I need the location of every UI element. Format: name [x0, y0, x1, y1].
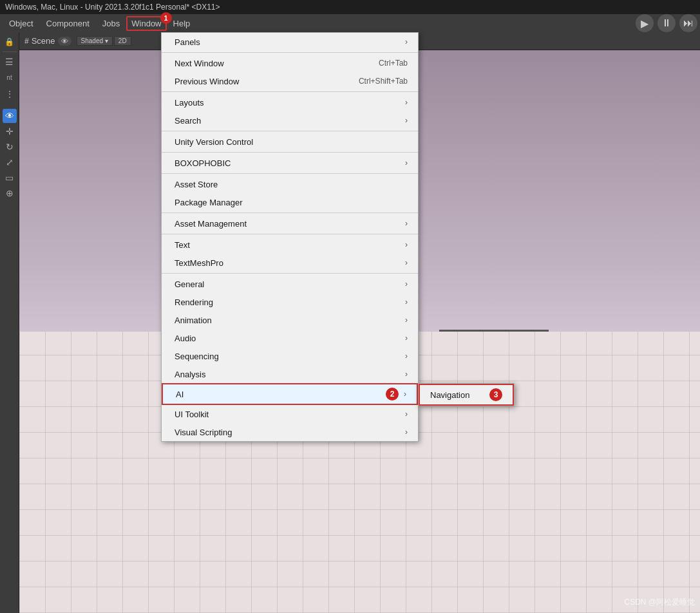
menu-item-rendering[interactable]: Rendering ›: [162, 293, 418, 311]
step-button[interactable]: ⏭: [679, 14, 697, 32]
chevron-icon: ›: [405, 316, 408, 325]
menu-item-prev-window[interactable]: Previous Window Ctrl+Shift+Tab: [162, 72, 418, 90]
rect-tool-icon[interactable]: ▭: [3, 171, 17, 185]
lock-icon[interactable]: 🔒: [3, 35, 17, 49]
menu-bar: Object Component Jobs Window 1 Help ▶ ⏸ …: [0, 14, 700, 32]
submenu-item-navigation[interactable]: Navigation 3: [419, 384, 514, 406]
menu-item-textmeshpro[interactable]: TextMeshPro ›: [162, 254, 418, 272]
separator-2: [162, 91, 418, 92]
hand-tool-icon[interactable]: ☰: [3, 55, 17, 69]
gizmo-icon[interactable]: 👁: [58, 37, 71, 46]
ai-menu-container: AI 2 › Navigation 3: [162, 383, 418, 405]
dropdown-menu: Panels › Next Window Ctrl+Tab Previous W…: [161, 32, 419, 442]
rotate-tool-icon[interactable]: ↻: [3, 140, 17, 154]
chevron-icon: ›: [404, 390, 406, 399]
scene-hash-icon: #: [24, 37, 29, 46]
menu-item-boxophobic[interactable]: BOXOPHOBIC ›: [162, 154, 418, 172]
navigation-label: Navigation: [430, 390, 469, 400]
separator-5: [162, 173, 418, 174]
move-tool-icon[interactable]: ✛: [3, 124, 17, 138]
separator-7: [162, 234, 418, 234]
menu-item-asset-store[interactable]: Asset Store: [162, 175, 418, 193]
chevron-icon: ›: [405, 334, 408, 343]
more-options-icon[interactable]: ⋮: [3, 87, 17, 101]
menu-item-panels[interactable]: Panels ›: [162, 33, 418, 51]
menu-item-ai[interactable]: AI 2 ›: [162, 383, 418, 405]
shading-dropdown[interactable]: Shaded ▾: [77, 36, 113, 46]
menu-item-asset-management[interactable]: Asset Management ›: [162, 214, 418, 232]
chevron-icon: ›: [405, 98, 408, 107]
navigation-badge: 3: [489, 388, 502, 401]
window-badge: 1: [160, 12, 172, 24]
menu-item-ui-toolkit[interactable]: UI Toolkit ›: [162, 405, 418, 423]
separator-3: [162, 131, 418, 131]
menu-item-package-manager[interactable]: Package Manager: [162, 193, 418, 211]
chevron-icon: ›: [405, 370, 408, 379]
transform-tool-icon[interactable]: ⊕: [3, 186, 17, 200]
chevron-icon: ›: [405, 279, 408, 288]
window-dropdown: Panels › Next Window Ctrl+Tab Previous W…: [161, 32, 419, 442]
watermark: CSDN @阿松爱睡觉: [624, 597, 695, 608]
separator-4: [162, 152, 418, 153]
menu-item-sequencing[interactable]: Sequencing ›: [162, 347, 418, 365]
menu-item-visual-scripting[interactable]: Visual Scripting ›: [162, 423, 418, 441]
menu-item-version-control[interactable]: Unity Version Control: [162, 133, 418, 151]
menu-item-animation[interactable]: Animation ›: [162, 311, 418, 329]
ai-submenu: Navigation 3: [418, 383, 515, 406]
menu-item-audio[interactable]: Audio ›: [162, 329, 418, 347]
menu-jobs[interactable]: Jobs: [96, 16, 126, 31]
separator-8: [162, 273, 418, 274]
menu-item-analysis[interactable]: Analysis ›: [162, 365, 418, 383]
panel-label: nt: [6, 74, 12, 82]
chevron-icon: ›: [405, 410, 408, 419]
chevron-icon: ›: [405, 219, 408, 228]
menu-item-general[interactable]: General ›: [162, 275, 418, 293]
separator-1: [162, 52, 418, 53]
separator-6: [162, 212, 418, 213]
pause-button[interactable]: ⏸: [657, 14, 676, 32]
chevron-icon: ›: [405, 258, 408, 267]
menu-item-text[interactable]: Text ›: [162, 236, 418, 254]
menu-object[interactable]: Object: [3, 16, 40, 31]
scale-tool-icon[interactable]: ⤢: [3, 155, 17, 169]
chevron-icon: ›: [405, 297, 408, 306]
menu-window[interactable]: Window 1: [126, 16, 166, 31]
menu-component[interactable]: Component: [40, 16, 96, 31]
chevron-icon: ›: [405, 428, 408, 437]
left-toolbar: 🔒 ☰ nt ⋮ 👁 ✛ ↻ ⤢ ▭ ⊕: [0, 32, 19, 613]
chevron-icon: ›: [405, 352, 408, 361]
scene-tab-label[interactable]: Scene: [32, 36, 55, 46]
menu-item-search[interactable]: Search ›: [162, 111, 418, 129]
menu-item-layouts[interactable]: Layouts ›: [162, 93, 418, 111]
2d-toggle[interactable]: 2D: [114, 36, 131, 46]
play-button[interactable]: ▶: [636, 14, 654, 32]
chevron-icon: ›: [405, 158, 408, 167]
ai-badge: 2: [386, 388, 399, 401]
title-bar: Windows, Mac, Linux - Unity 2021.3.20f1c…: [0, 0, 700, 14]
chevron-icon: ›: [405, 240, 408, 249]
chevron-icon: ›: [405, 116, 408, 125]
menu-item-next-window[interactable]: Next Window Ctrl+Tab: [162, 54, 418, 72]
title-text: Windows, Mac, Linux - Unity 2021.3.20f1c…: [5, 3, 220, 12]
chevron-icon: ›: [405, 37, 408, 46]
view-tool-icon[interactable]: 👁: [3, 109, 17, 123]
